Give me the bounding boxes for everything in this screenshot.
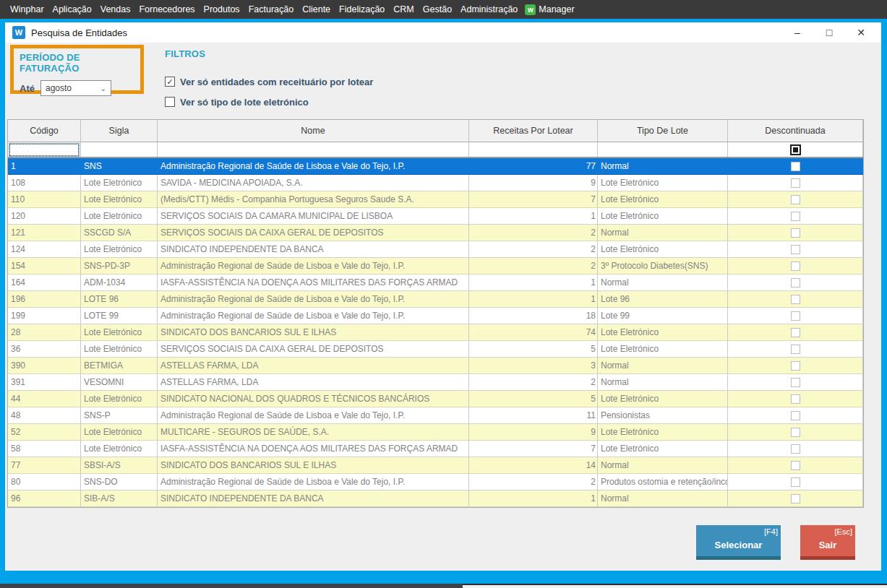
codigo-filter-input[interactable] [9,144,79,156]
table-row[interactable]: 58Lote EletrónicoIASFA-ASSISTÊNCIA NA DO… [8,441,863,457]
cell-nome: Administração Regional de Saúde de Lisbo… [158,308,469,324]
descontinuada-checkbox[interactable] [791,212,800,221]
cell-tipo-de-lote: Produtos ostomia e retenção/incontinênc [598,474,728,490]
descontinuada-checkbox[interactable] [791,228,800,238]
table-row[interactable]: 48SNS-PAdministração Regional de Saúde d… [8,407,863,424]
table-row[interactable]: 391VESOMNIASTELLAS FARMA, LDA2Normal [8,374,863,391]
taskbar-edge [0,584,463,588]
column-header-descontinuada[interactable]: Descontinuada [728,120,863,142]
menu-item-cliente[interactable]: Cliente [298,4,335,14]
table-row[interactable]: 44Lote EletrónicoSINDICATO NACIONAL DOS … [8,391,863,407]
cell-codigo: 391 [8,374,81,391]
menu-item-vendas[interactable]: Vendas [96,4,135,14]
descontinuada-checkbox[interactable] [791,494,800,503]
menu-item-facturacao[interactable]: Facturação [244,4,299,14]
cell-descontinuada [728,225,863,241]
descontinuada-checkbox[interactable] [791,278,800,287]
column-header-nome[interactable]: Nome [158,120,469,142]
menu-item-manager[interactable]: w Manager [522,4,574,15]
table-row[interactable]: 120Lote EletrónicoSERVIÇOS SOCIAIS DA CA… [8,208,863,225]
table-row[interactable]: 199LOTE 99Administração Regional de Saúd… [8,308,863,324]
table-row[interactable]: 110Lote Eletrónico(Medis/CTT) Médis - Co… [8,191,863,208]
period-month-select[interactable]: agosto ⌄ [40,80,111,96]
window-title-bar[interactable]: W Pesquisa de Entidades – □ ✕ [5,22,881,43]
descontinuada-checkbox[interactable] [791,162,800,171]
checked-checkbox-icon[interactable]: ✓ [165,77,175,87]
cell-descontinuada [728,208,863,225]
minimize-button[interactable]: – [781,22,813,43]
unchecked-checkbox-icon[interactable] [165,97,175,107]
descontinuada-checkbox[interactable] [791,477,800,487]
column-header-tipo-de-lote[interactable]: Tipo De Lote [598,120,728,142]
close-button[interactable]: ✕ [845,22,877,43]
pesquisa-entidades-window: W Pesquisa de Entidades – □ ✕ PERÍODO DE… [0,19,887,584]
table-row[interactable]: 196LOTE 96Administração Regional de Saúd… [8,291,863,308]
cell-receitas-por-lotear: 18 [469,308,598,324]
descontinuada-checkbox[interactable] [791,328,800,337]
cell-codigo: 390 [8,358,81,374]
descontinuada-checkbox[interactable] [791,378,800,387]
descontinuada-checkbox[interactable] [791,444,800,454]
descontinuada-checkbox[interactable] [791,295,800,304]
cell-descontinuada [728,474,863,490]
menu-item-produtos[interactable]: Produtos [200,4,244,14]
column-header-codigo[interactable]: Código [8,120,81,142]
table-row[interactable]: 108Lote EletrónicoSAVIDA - MEDICINA APOI… [8,175,863,191]
table-row[interactable]: 124Lote EletrónicoSINDICATO INDEPENDENTE… [8,241,863,258]
selecionar-button[interactable]: [F4] Selecionar [696,525,781,560]
maximize-button[interactable]: □ [813,22,845,43]
sair-button[interactable]: [Esc] Sair [800,525,855,560]
menu-item-gestao[interactable]: Gestão [419,4,456,14]
menu-item-crm[interactable]: CRM [389,4,418,14]
descontinuada-checkbox[interactable] [791,461,800,470]
cell-codigo: 1 [8,158,81,175]
column-header-sigla[interactable]: Sigla [81,120,158,142]
column-header-receitas-por-lotear[interactable]: Receitas Por Lotear [469,120,598,142]
cell-tipo-de-lote: Lote Eletrónico [598,241,728,258]
filter-checkbox-ver-so-tipo-de-lote-eletronico[interactable]: Ver só tipo de lote eletrónico [165,92,373,112]
table-row[interactable]: 1SNSAdministração Regional de Saúde de L… [8,158,863,175]
cell-sigla: VESOMNI [81,374,158,391]
menu-item-administracao[interactable]: Administração [456,4,522,14]
cell-sigla: Lote Eletrónico [81,324,158,341]
cell-receitas-por-lotear: 7 [469,441,598,457]
descontinuada-checkbox[interactable] [791,311,800,321]
table-row[interactable]: 52Lote EletrónicoMULTICARE - SEGUROS DE … [8,424,863,441]
cell-codigo: 121 [8,225,81,241]
descontinuada-indeterminate-checkbox[interactable] [790,144,801,155]
menu-item-fornecedores[interactable]: Fornecedores [134,4,199,14]
table-row[interactable]: 154SNS-PD-3PAdministração Regional de Sa… [8,258,863,274]
cell-codigo: 199 [8,308,81,324]
descontinuada-checkbox[interactable] [791,245,800,254]
cell-tipo-de-lote: Normal [598,358,728,374]
descontinuada-checkbox[interactable] [791,261,800,271]
cell-nome: SERVIÇOS SOCIAIS DA CAIXA GERAL DE DEPOS… [158,341,469,358]
cell-receitas-por-lotear: 1 [469,490,598,507]
cell-codigo: 164 [8,274,81,291]
descontinuada-checkbox[interactable] [791,361,800,371]
menu-item-winphar[interactable]: Winphar [6,4,48,14]
descontinuada-checkbox[interactable] [791,428,800,437]
table-row[interactable]: 77SBSI-A/SSINDICATO DOS BANCARIOS SUL E … [8,457,863,474]
table-row[interactable]: 28Lote EletrónicoSINDICATO DOS BANCARIOS… [8,324,863,341]
menu-item-aplicacao[interactable]: Aplicação [48,4,96,14]
table-row[interactable]: 390BETMIGAASTELLAS FARMA, LDA3Normal [8,358,863,374]
filter-checkbox-ver-so-entidades-com-receituario-por-lotear[interactable]: ✓Ver só entidades com receituário por lo… [165,72,373,92]
descontinuada-checkbox[interactable] [791,178,800,188]
descontinuada-checkbox[interactable] [791,345,800,354]
descontinuada-checkbox[interactable] [791,394,800,404]
table-row[interactable]: 164ADM-1034IASFA-ASSISTÊNCIA NA DOENÇA A… [8,274,863,291]
table-row[interactable]: 96SIB-A/SSINDICATO INDEPENDENTE DA BANCA… [8,490,863,507]
descontinuada-checkbox[interactable] [791,411,800,420]
cell-descontinuada [728,274,863,291]
table-row[interactable]: 80SNS-DOAdministração Regional de Saúde … [8,474,863,490]
manager-icon: w [525,4,536,15]
table-row[interactable]: 121SSCGD S/ASERVIÇOS SOCIAIS DA CAIXA GE… [8,225,863,241]
table-filter-row [8,142,863,158]
menu-item-fidelizacao[interactable]: Fidelização [335,4,389,14]
descontinuada-checkbox[interactable] [791,195,800,204]
cell-tipo-de-lote: Normal [598,457,728,474]
cell-codigo: 77 [8,457,81,474]
cell-tipo-de-lote: Normal [598,490,728,507]
table-row[interactable]: 36Lote EletrónicoSERVIÇOS SOCIAIS DA CAI… [8,341,863,358]
